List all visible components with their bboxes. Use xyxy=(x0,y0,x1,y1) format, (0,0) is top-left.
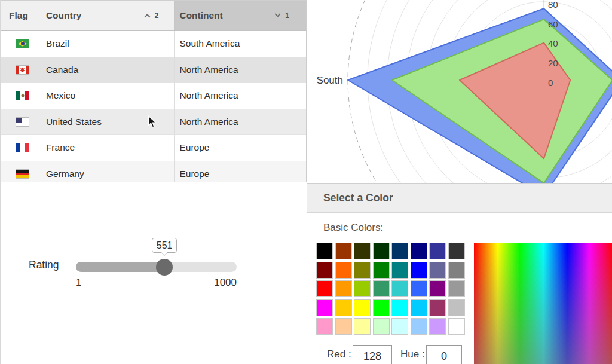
table-row[interactable]: FranceEurope xyxy=(1,135,306,161)
basic-colors-label: Basic Colors: xyxy=(323,222,383,234)
country-cell: Canada xyxy=(41,57,175,83)
red-input[interactable] xyxy=(353,345,392,364)
color-swatch[interactable] xyxy=(373,243,390,259)
color-swatch[interactable] xyxy=(316,299,333,316)
column-header-label: Flag xyxy=(9,10,28,21)
color-swatch[interactable] xyxy=(391,262,408,279)
color-swatch[interactable] xyxy=(316,243,333,259)
slider-thumb[interactable] xyxy=(156,259,173,276)
column-header-flag[interactable]: Flag xyxy=(1,1,41,30)
red-label: Red : xyxy=(327,348,351,360)
color-swatch[interactable] xyxy=(335,318,352,335)
color-swatch[interactable] xyxy=(335,262,352,279)
sort-desc-icon xyxy=(275,11,281,17)
color-swatch[interactable] xyxy=(429,299,446,316)
color-swatch[interactable] xyxy=(391,318,408,335)
color-picker-header: Select a Color xyxy=(307,183,612,213)
table-row[interactable]: GermanyEurope xyxy=(1,161,306,183)
sort-order-badge: 2 xyxy=(155,11,159,20)
color-swatch[interactable] xyxy=(391,299,408,316)
color-swatch[interactable] xyxy=(373,318,390,335)
country-cell: Mexico xyxy=(41,83,175,109)
flag-germany-icon xyxy=(16,169,29,179)
color-swatch[interactable] xyxy=(411,299,427,316)
continent-cell: Europe xyxy=(175,161,306,183)
continent-cell: North America xyxy=(175,83,306,109)
continent-cell: South America xyxy=(175,31,306,57)
color-swatch[interactable] xyxy=(448,262,465,279)
color-swatch[interactable] xyxy=(373,299,390,316)
sort-asc-icon xyxy=(144,13,150,19)
flag-mexico-icon xyxy=(16,91,29,100)
color-swatch[interactable] xyxy=(411,243,427,259)
app-window: Flag Country 2 Continent 1 BrazilSouth A… xyxy=(0,0,612,364)
continent-cell: North America xyxy=(175,109,306,135)
slider-value-tooltip: 551 xyxy=(152,238,177,253)
slider-track[interactable]: 551 xyxy=(76,262,237,272)
table-row[interactable]: BrazilSouth America xyxy=(1,31,306,57)
sort-order-badge: 1 xyxy=(285,11,289,20)
table-row[interactable]: CanadaNorth America xyxy=(1,57,306,84)
radar-tick-label: 80 xyxy=(548,0,558,10)
column-header-label: Country xyxy=(46,10,81,21)
slider-fill xyxy=(76,262,164,272)
color-swatch[interactable] xyxy=(316,318,333,335)
color-swatch[interactable] xyxy=(316,280,333,297)
country-cell: United States xyxy=(41,109,175,135)
color-swatch[interactable] xyxy=(448,318,465,335)
radar-tick-label: 60 xyxy=(548,19,558,29)
color-swatch[interactable] xyxy=(391,280,408,297)
rating-slider-panel: Rating 551 1 1000 xyxy=(1,182,307,364)
continent-cell: Europe xyxy=(175,135,306,161)
table-row[interactable]: MexicoNorth America xyxy=(1,83,306,109)
flag-cell xyxy=(1,161,41,183)
color-swatch[interactable] xyxy=(354,318,371,335)
flag-cell xyxy=(1,31,41,57)
column-header-country[interactable]: Country 2 xyxy=(41,1,175,30)
color-swatch[interactable] xyxy=(354,299,371,316)
color-swatch[interactable] xyxy=(429,243,446,259)
flag-brazil-icon xyxy=(16,39,29,48)
radar-tick-label: 0 xyxy=(548,78,553,88)
countries-grid-panel: Flag Country 2 Continent 1 BrazilSouth A… xyxy=(1,0,307,182)
country-cell: Germany xyxy=(41,161,175,183)
color-swatch[interactable] xyxy=(448,280,465,297)
color-swatch[interactable] xyxy=(354,243,371,259)
color-swatch[interactable] xyxy=(429,262,446,279)
slider-label: Rating xyxy=(29,259,59,271)
radar-tick-label: 40 xyxy=(548,38,558,48)
color-swatch[interactable] xyxy=(373,280,390,297)
hue-input[interactable] xyxy=(426,345,462,364)
color-swatch[interactable] xyxy=(391,243,408,259)
color-swatch[interactable] xyxy=(335,280,352,297)
flag-france-icon xyxy=(16,143,29,152)
flag-united-states-icon xyxy=(16,117,29,127)
color-swatch[interactable] xyxy=(316,262,333,279)
flag-cell xyxy=(1,135,41,161)
color-swatch[interactable] xyxy=(411,262,427,279)
sort-indicator: 1 xyxy=(276,11,289,20)
color-swatch[interactable] xyxy=(448,243,465,259)
grid-header-row: Flag Country 2 Continent 1 xyxy=(1,0,306,31)
color-gradient-area[interactable] xyxy=(474,243,612,364)
radar-tick-label: 20 xyxy=(548,58,558,68)
radar-chart-panel: 020406080South xyxy=(307,0,612,183)
hue-label: Hue : xyxy=(400,348,425,360)
color-swatch[interactable] xyxy=(354,262,371,279)
flag-canada-icon xyxy=(16,65,29,75)
country-cell: Brazil xyxy=(41,31,175,57)
color-swatch[interactable] xyxy=(354,280,371,297)
column-header-continent[interactable]: Continent 1 xyxy=(175,1,306,30)
color-swatch[interactable] xyxy=(411,318,427,335)
color-picker-title: Select a Color xyxy=(323,192,393,204)
color-swatch[interactable] xyxy=(335,299,352,316)
continent-cell: North America xyxy=(175,57,306,83)
table-row[interactable]: United StatesNorth America xyxy=(1,109,306,136)
color-swatch[interactable] xyxy=(411,280,427,297)
color-swatch[interactable] xyxy=(335,243,352,259)
color-swatch[interactable] xyxy=(373,262,390,279)
color-swatch[interactable] xyxy=(429,318,446,335)
color-swatch[interactable] xyxy=(429,280,446,297)
flag-cell xyxy=(1,57,41,83)
color-swatch[interactable] xyxy=(448,299,465,316)
